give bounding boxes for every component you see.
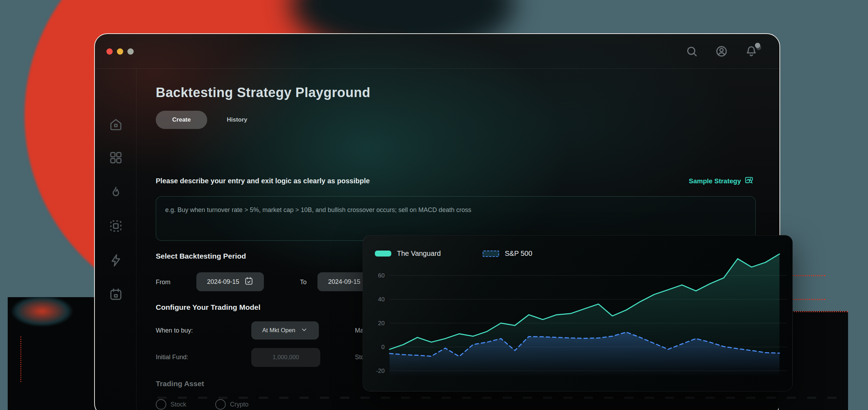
sidebar-item-focus[interactable] [109,219,123,233]
model-section-heading: Configure Your Trading Model [156,303,260,312]
page-title: Backtesting Strategy Playground [156,85,370,100]
flame-icon [109,194,123,200]
notification-badge [755,43,760,48]
svg-text:60: 60 [378,272,385,279]
svg-text:-20: -20 [376,368,385,374]
bell-icon [745,53,758,59]
radio-icon[interactable] [215,399,226,410]
tab-history[interactable]: History [225,116,250,124]
account-button[interactable] [715,45,728,58]
sidebar-item-home[interactable] [109,117,123,131]
account-icon [715,53,728,59]
sidebar-item-calendar[interactable] [109,287,123,301]
dashboard-grid-icon [109,160,123,166]
asset-option-crypto[interactable]: Crypto [215,399,248,410]
strategy-description-textarea[interactable] [156,196,756,241]
sidebar-item-dashboard[interactable] [109,151,123,165]
from-date-picker[interactable]: 2024-09-15 [196,272,264,291]
svg-text:40: 40 [378,296,385,303]
vanguard-legend-label: The Vanguard [397,250,441,258]
stock-radio-label: Stock [170,401,186,408]
vanguard-legend-swatch [375,251,391,257]
svg-text:0: 0 [382,344,385,350]
performance-line-chart: 6040200-20 [363,235,793,392]
search-button[interactable] [685,45,698,58]
period-section-heading: Select Backtesting Period [156,252,246,260]
zoom-window-button[interactable] [127,48,134,55]
when-to-buy-label: When to buy: [156,327,193,334]
minimize-window-button[interactable] [117,48,123,55]
home-icon [109,127,123,132]
initial-fund-label: Initial Fund: [156,354,188,361]
sidebar-nav [95,68,136,410]
to-date-value: 2024-09-15 [328,278,360,286]
traffic-lights [106,48,134,55]
sample-strategy-label: Sample Strategy [689,177,741,185]
chart-preview-icon [744,176,754,186]
asset-option-stock[interactable]: Stock [156,399,186,410]
when-to-buy-select[interactable]: At Mkt Open [251,321,319,340]
glitch-line-60 [792,275,825,276]
performance-chart-panel: The Vanguard S&P 500 6040200-20 [363,235,793,391]
strategy-prompt-label: Please describe your entry and exit logi… [156,177,370,185]
initial-fund-input[interactable] [251,348,320,367]
close-window-button[interactable] [106,48,113,55]
calendar-icon [109,296,123,302]
calendar-check-icon [244,276,253,287]
from-label: From [156,279,170,286]
from-date-value: 2024-09-15 [207,278,239,286]
sp500-legend-swatch [483,251,499,257]
sidebar-item-quick-actions[interactable] [109,253,123,267]
when-to-buy-value: At Mkt Open [262,327,295,334]
chevron-down-icon [300,326,308,335]
lightning-icon [109,262,123,268]
tab-create[interactable]: Create [156,111,207,129]
tab-bar: Create History [156,111,250,129]
background-glitch-vline [20,336,22,382]
asset-section-heading: Trading Asset [156,380,204,388]
radio-icon[interactable] [156,399,166,410]
sample-strategy-link[interactable]: Sample Strategy [687,175,756,187]
focus-area-icon [109,228,123,234]
notifications-button[interactable] [745,45,758,58]
sp500-legend-label: S&P 500 [505,250,532,258]
background-glitch-blob [10,297,102,343]
sidebar-item-trending[interactable] [109,185,123,199]
background-dash-row [158,397,840,399]
desktop-background: Backtesting Strategy Playground Create H… [0,0,868,410]
glitch-line-40 [792,299,825,300]
svg-text:20: 20 [378,320,385,327]
to-label: To [300,279,307,286]
chart-legend: The Vanguard S&P 500 [375,250,532,258]
search-icon [685,53,698,59]
crypto-radio-label: Crypto [230,401,248,408]
window-header [95,34,779,69]
